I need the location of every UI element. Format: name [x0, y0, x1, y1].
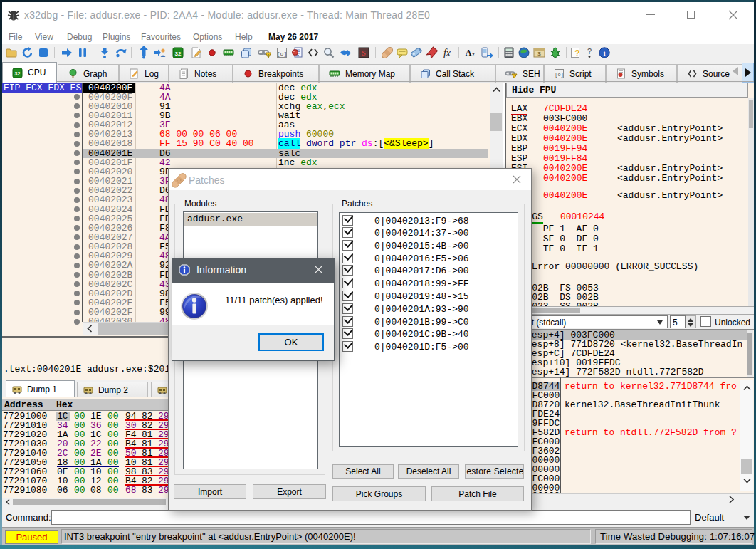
svg-text:fx: fx [443, 48, 451, 58]
svg-text:S: S [362, 49, 366, 57]
svg-text:$: $ [537, 51, 541, 57]
svg-text:[o]: [o] [555, 72, 564, 78]
svg-text:?: ? [574, 48, 579, 58]
svg-text:[o]: [o] [277, 51, 287, 57]
svg-text:32: 32 [175, 51, 182, 57]
svg-text:32: 32 [15, 71, 21, 76]
svg-text:?: ? [587, 47, 592, 56]
svg-text:A: A [466, 48, 472, 58]
svg-text:i: i [603, 48, 605, 57]
svg-text:z: z [472, 51, 475, 58]
